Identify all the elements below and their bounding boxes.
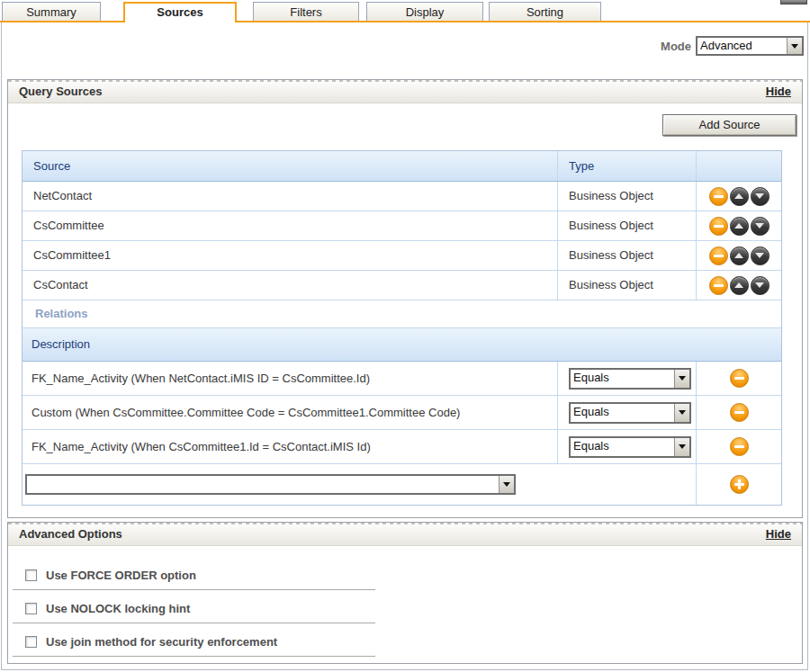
join-method-checkbox[interactable]: [25, 636, 37, 648]
move-down-icon[interactable]: [751, 187, 770, 206]
tab-filters-label: Filters: [290, 5, 321, 19]
source-type: Business Object: [558, 182, 697, 211]
sources-table-header: Source Type: [22, 151, 781, 182]
arrow-up-glyph: [734, 253, 743, 258]
select-dropdown-button[interactable]: [674, 370, 689, 388]
source-name: CsCommittee: [22, 211, 558, 240]
description-header-row: Description: [22, 328, 781, 362]
minus-glyph: [734, 411, 744, 414]
remove-source-icon[interactable]: [709, 187, 728, 206]
move-down-icon[interactable]: [751, 246, 770, 265]
relation-row: FK_Name_Activity (When NetContact.iMIS I…: [22, 362, 781, 396]
add-source-button[interactable]: Add Source: [662, 114, 796, 136]
arrow-up-glyph: [734, 282, 743, 288]
arrow-down-glyph: [755, 282, 764, 288]
source-name: CsContact: [22, 271, 558, 300]
relation-operator-value: Equals: [571, 370, 674, 388]
source-type: Business Object: [558, 271, 697, 300]
force-order-checkbox[interactable]: [25, 569, 37, 581]
move-up-icon[interactable]: [730, 246, 749, 265]
nolock-checkbox[interactable]: [25, 603, 37, 614]
source-row: CsCommittee Business Object: [22, 211, 781, 241]
relation-operator-value: Equals: [571, 438, 674, 456]
tab-sorting-label: Sorting: [526, 5, 563, 19]
sources-table: Source Type NetContact Business Object C…: [22, 150, 782, 506]
select-dropdown-button[interactable]: [499, 476, 514, 493]
relation-description: Custom (When CsCommittee.Committee Code …: [22, 396, 558, 429]
remove-relation-icon[interactable]: [730, 369, 749, 388]
advanced-options-hide-link[interactable]: Hide: [766, 527, 791, 541]
relation-operator-select[interactable]: Equals: [569, 368, 691, 390]
arrow-down-glyph: [755, 193, 764, 199]
minus-glyph: [714, 284, 724, 287]
select-dropdown-button[interactable]: [674, 404, 689, 422]
advanced-options-title: Advanced Options: [19, 527, 122, 541]
chevron-down-icon: [679, 444, 686, 449]
chevron-down-icon: [791, 44, 798, 49]
add-relation-icon[interactable]: [730, 475, 749, 494]
tab-summary-label: Summary: [26, 5, 76, 19]
move-down-icon[interactable]: [751, 276, 770, 295]
arrow-up-glyph: [734, 223, 743, 228]
source-name: CsCommittee1: [22, 241, 558, 270]
relation-row: Custom (When CsCommittee.Committee Code …: [22, 396, 781, 430]
minus-glyph: [734, 377, 744, 380]
mode-select-value: Advanced: [698, 38, 787, 54]
advanced-options-header: Advanced Options Hide: [8, 523, 802, 546]
move-up-icon[interactable]: [730, 187, 749, 206]
remove-source-icon[interactable]: [709, 276, 728, 295]
chevron-down-icon: [503, 482, 510, 487]
join-method-label: Use join method for security enforcement: [46, 635, 277, 649]
move-down-icon[interactable]: [751, 217, 770, 236]
chevron-down-icon: [679, 376, 686, 381]
chevron-down-icon: [679, 410, 686, 415]
new-relation-value: [27, 476, 499, 493]
relation-operator-select[interactable]: Equals: [569, 402, 691, 424]
source-row: NetContact Business Object: [22, 182, 781, 211]
plus-glyph: [734, 479, 744, 489]
mode-select-button[interactable]: [787, 38, 802, 54]
mode-select[interactable]: Advanced: [696, 36, 804, 56]
column-header-type: Type: [558, 151, 697, 181]
column-header-actions: [697, 151, 781, 181]
tab-sorting[interactable]: Sorting: [489, 2, 601, 22]
relations-link[interactable]: Relations: [22, 300, 781, 327]
query-sources-panel: Query Sources Hide Add Source Source Typ…: [7, 79, 803, 518]
source-row: CsContact Business Object: [22, 271, 781, 300]
nolock-label: Use NOLOCK locking hint: [46, 602, 190, 615]
relation-operator-value: Equals: [571, 404, 674, 422]
remove-source-icon[interactable]: [709, 217, 728, 236]
query-builder-page: { "tabs": [ { "label": "Summary", "activ…: [0, 0, 810, 672]
relation-row: FK_Name_Activity (When CsCommittee1.Id =…: [22, 430, 781, 464]
tab-display-label: Display: [406, 5, 445, 19]
select-dropdown-button[interactable]: [674, 438, 689, 456]
tab-sources[interactable]: Sources: [123, 2, 237, 22]
window-corner-fragment: [780, 0, 807, 4]
minus-glyph: [714, 225, 724, 228]
source-row: CsCommittee1 Business Object: [22, 241, 781, 271]
arrow-down-glyph: [755, 223, 764, 228]
remove-relation-icon[interactable]: [730, 403, 749, 422]
query-sources-header: Query Sources Hide: [8, 80, 802, 103]
tab-filters[interactable]: Filters: [253, 2, 359, 22]
column-header-source: Source: [22, 151, 558, 181]
remove-source-icon[interactable]: [709, 246, 728, 265]
relation-description: FK_Name_Activity (When NetContact.iMIS I…: [22, 362, 558, 395]
query-sources-title: Query Sources: [19, 85, 103, 98]
query-sources-hide-link[interactable]: Hide: [766, 85, 791, 98]
tab-sources-label: Sources: [157, 5, 202, 19]
relations-row: Relations: [22, 300, 781, 328]
force-order-label: Use FORCE ORDER option: [46, 569, 196, 582]
minus-glyph: [734, 445, 744, 448]
move-up-icon[interactable]: [730, 276, 749, 295]
move-up-icon[interactable]: [730, 217, 749, 236]
remove-relation-icon[interactable]: [730, 437, 749, 456]
minus-glyph: [714, 255, 724, 257]
tab-display[interactable]: Display: [366, 2, 483, 22]
new-relation-select[interactable]: [25, 474, 516, 495]
tab-summary[interactable]: Summary: [2, 2, 101, 22]
column-header-description: Description: [22, 328, 781, 361]
option-row: Use FORCE ORDER option: [13, 557, 375, 590]
relation-operator-select[interactable]: Equals: [569, 436, 691, 458]
advanced-options-panel: Advanced Options Hide Use FORCE ORDER op…: [7, 522, 803, 664]
